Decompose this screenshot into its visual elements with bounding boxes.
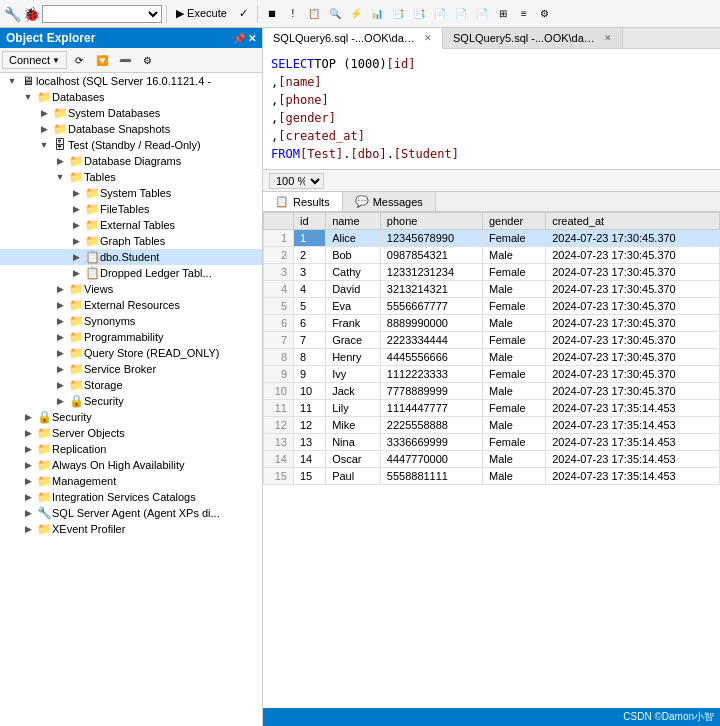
expand-icon-file-tables[interactable]: ▶: [68, 204, 84, 214]
tree-item-tables[interactable]: ▼📁Tables: [0, 169, 262, 185]
refresh-icon[interactable]: ⟳: [68, 50, 90, 70]
cell-phone[interactable]: 8889990000: [380, 315, 482, 332]
cell-name[interactable]: Alice: [326, 230, 381, 247]
object-explorer-tree[interactable]: ▼🖥localhost (SQL Server 16.0.1121.4 -▼📁D…: [0, 73, 262, 726]
tree-item-file-tables[interactable]: ▶📁FileTables: [0, 201, 262, 217]
connect-button[interactable]: Connect ▼: [2, 51, 67, 69]
zoom-select[interactable]: 100 % 75 % 150 %: [269, 173, 324, 189]
cell-created_at[interactable]: 2024-07-23 17:35:14.453: [546, 400, 720, 417]
cell-created_at[interactable]: 2024-07-23 17:30:45.370: [546, 281, 720, 298]
cell-id[interactable]: 11: [294, 400, 326, 417]
cell-phone[interactable]: 5558881111: [380, 468, 482, 485]
table-row[interactable]: 1212Mike2225558888Male2024-07-23 17:35:1…: [264, 417, 720, 434]
cell-id[interactable]: 3: [294, 264, 326, 281]
cell-id[interactable]: 1: [294, 230, 326, 247]
cell-id[interactable]: 6: [294, 315, 326, 332]
cell-gender[interactable]: Male: [482, 417, 545, 434]
tree-item-security[interactable]: ▶🔒Security: [0, 409, 262, 425]
cell-phone[interactable]: 7778889999: [380, 383, 482, 400]
cell-name[interactable]: Ivy: [326, 366, 381, 383]
tree-item-programmability[interactable]: ▶📁Programmability: [0, 329, 262, 345]
cell-created_at[interactable]: 2024-07-23 17:35:14.453: [546, 417, 720, 434]
expand-icon-xevent-profiler[interactable]: ▶: [20, 524, 36, 534]
tree-item-replication[interactable]: ▶📁Replication: [0, 441, 262, 457]
cell-name[interactable]: Paul: [326, 468, 381, 485]
cell-id[interactable]: 12: [294, 417, 326, 434]
cell-gender[interactable]: Female: [482, 434, 545, 451]
expand-icon-synonyms[interactable]: ▶: [52, 316, 68, 326]
expand-icon-sql-agent[interactable]: ▶: [20, 508, 36, 518]
expand-icon-external-tables[interactable]: ▶: [68, 220, 84, 230]
cell-phone[interactable]: 2223334444: [380, 332, 482, 349]
expand-icon-integration-services[interactable]: ▶: [20, 492, 36, 502]
cell-gender[interactable]: Female: [482, 264, 545, 281]
expand-icon-replication[interactable]: ▶: [20, 444, 36, 454]
grid-icon[interactable]: ⊞: [493, 4, 513, 24]
chart-icon[interactable]: 📊: [367, 4, 387, 24]
cell-name[interactable]: Henry: [326, 349, 381, 366]
table-row[interactable]: 88Henry4445556666Male2024-07-23 17:30:45…: [264, 349, 720, 366]
table-row[interactable]: 66Frank8889990000Male2024-07-23 17:30:45…: [264, 315, 720, 332]
query-tab-tab1[interactable]: SQLQuery6.sql -...OOK\damon (62))✕: [263, 28, 443, 49]
expand-icon-system-dbs[interactable]: ▶: [36, 108, 52, 118]
tree-item-external-res[interactable]: ▶📁External Resources: [0, 297, 262, 313]
cell-name[interactable]: Mike: [326, 417, 381, 434]
expand-icon-views[interactable]: ▶: [52, 284, 68, 294]
tree-item-dbo-student[interactable]: ▶📋dbo.Student: [0, 249, 262, 265]
table-row[interactable]: 11Alice12345678990Female2024-07-23 17:30…: [264, 230, 720, 247]
cell-phone[interactable]: 0987854321: [380, 247, 482, 264]
result-tab-results[interactable]: 📋Results: [263, 192, 343, 211]
expand-icon-management[interactable]: ▶: [20, 476, 36, 486]
table-row[interactable]: 1010Jack7778889999Male2024-07-23 17:30:4…: [264, 383, 720, 400]
cell-gender[interactable]: Male: [482, 315, 545, 332]
table-row[interactable]: 55Eva5556667777Female2024-07-23 17:30:45…: [264, 298, 720, 315]
tree-item-always-on[interactable]: ▶📁Always On High Availability: [0, 457, 262, 473]
tree-item-synonyms[interactable]: ▶📁Synonyms: [0, 313, 262, 329]
cell-id[interactable]: 4: [294, 281, 326, 298]
collapse-icon[interactable]: ➖: [114, 50, 136, 70]
cell-id[interactable]: 2: [294, 247, 326, 264]
cell-created_at[interactable]: 2024-07-23 17:30:45.370: [546, 247, 720, 264]
cell-id[interactable]: 8: [294, 349, 326, 366]
tab-close-tab1[interactable]: ✕: [424, 33, 432, 43]
query-editor[interactable]: SELECT TOP (1000) [id] ,[name] ,[phone] …: [263, 49, 720, 170]
expand-icon-databases[interactable]: ▼: [20, 92, 36, 102]
cell-phone[interactable]: 4447770000: [380, 451, 482, 468]
cell-created_at[interactable]: 2024-07-23 17:30:45.370: [546, 366, 720, 383]
close-icon[interactable]: ✕: [248, 33, 256, 44]
cell-name[interactable]: Nina: [326, 434, 381, 451]
query-tab-tab2[interactable]: SQLQuery5.sql -...OOK\damon (6...✕: [443, 28, 623, 48]
file2-icon[interactable]: 📑: [409, 4, 429, 24]
tree-item-graph-tables[interactable]: ▶📁Graph Tables: [0, 233, 262, 249]
cell-name[interactable]: Frank: [326, 315, 381, 332]
tree-item-test-db[interactable]: ▼🗄Test (Standby / Read-Only): [0, 137, 262, 153]
table-row[interactable]: 33Cathy12331231234Female2024-07-23 17:30…: [264, 264, 720, 281]
table-row[interactable]: 1313Nina3336669999Female2024-07-23 17:35…: [264, 434, 720, 451]
cell-phone[interactable]: 12331231234: [380, 264, 482, 281]
expand-icon-always-on[interactable]: ▶: [20, 460, 36, 470]
tree-item-xevent-profiler[interactable]: ▶📁XEvent Profiler: [0, 521, 262, 537]
expand-icon-graph-tables[interactable]: ▶: [68, 236, 84, 246]
tree-item-dropped-ledger[interactable]: ▶📋Dropped Ledger Tabl...: [0, 265, 262, 281]
tree-item-external-tables[interactable]: ▶📁External Tables: [0, 217, 262, 233]
expand-icon-security[interactable]: ▶: [20, 412, 36, 422]
result-tab-messages[interactable]: 💬Messages: [343, 192, 436, 211]
cell-created_at[interactable]: 2024-07-23 17:30:45.370: [546, 315, 720, 332]
cell-gender[interactable]: Male: [482, 451, 545, 468]
cell-gender[interactable]: Female: [482, 332, 545, 349]
table-row[interactable]: 77Grace2223334444Female2024-07-23 17:30:…: [264, 332, 720, 349]
copy-icon[interactable]: 📋: [304, 4, 324, 24]
cell-gender[interactable]: Male: [482, 281, 545, 298]
expand-icon-server-objects[interactable]: ▶: [20, 428, 36, 438]
cell-created_at[interactable]: 2024-07-23 17:30:45.370: [546, 230, 720, 247]
execute-button[interactable]: ▶ Execute: [171, 4, 232, 23]
cell-gender[interactable]: Female: [482, 298, 545, 315]
cell-name[interactable]: Oscar: [326, 451, 381, 468]
results-table-wrap[interactable]: idnamephonegendercreated_at11Alice123456…: [263, 212, 720, 708]
cell-created_at[interactable]: 2024-07-23 17:35:14.453: [546, 434, 720, 451]
cell-name[interactable]: Cathy: [326, 264, 381, 281]
expand-icon-query-store[interactable]: ▶: [52, 348, 68, 358]
table-row[interactable]: 99Ivy1112223333Female2024-07-23 17:30:45…: [264, 366, 720, 383]
cell-id[interactable]: 5: [294, 298, 326, 315]
expand-icon-service-broker[interactable]: ▶: [52, 364, 68, 374]
